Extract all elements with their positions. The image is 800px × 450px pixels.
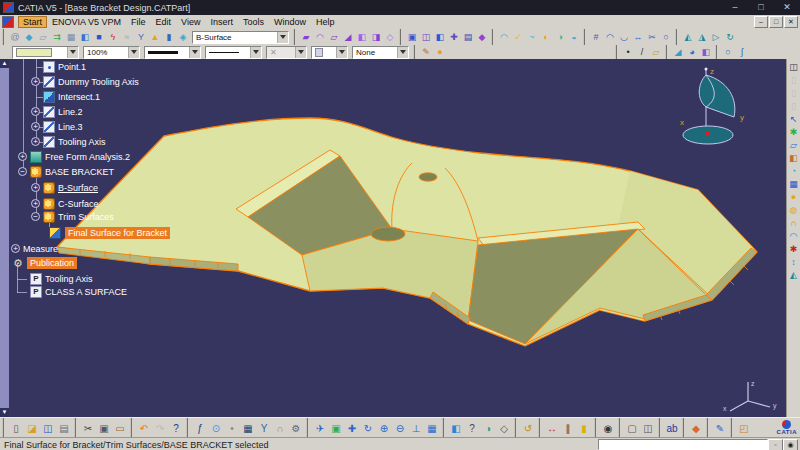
menu-tools[interactable]: Tools bbox=[238, 16, 269, 28]
highlight-analysis-icon[interactable]: ◒ bbox=[567, 31, 581, 44]
translate-icon[interactable]: ▷ bbox=[709, 31, 723, 44]
graphic-wizard-icon[interactable]: ● bbox=[433, 46, 447, 59]
geometrical-set-icon[interactable]: ◍ bbox=[787, 204, 800, 217]
chevron-down-icon[interactable] bbox=[277, 32, 288, 43]
solid-box-icon[interactable]: ■ bbox=[92, 31, 106, 44]
fill-color-selector[interactable] bbox=[12, 46, 79, 59]
chevron-down-icon[interactable] bbox=[250, 47, 261, 58]
menu-insert[interactable]: Insert bbox=[205, 16, 238, 28]
open-folder-icon[interactable]: ◪ bbox=[24, 421, 40, 436]
menu-window[interactable]: Window bbox=[269, 16, 311, 28]
undo-icon[interactable]: ↶ bbox=[136, 421, 152, 436]
compass-center-handle[interactable] bbox=[705, 131, 710, 136]
cylinder-icon[interactable]: ◧ bbox=[699, 46, 713, 59]
isophote-icon[interactable]: ◐ bbox=[539, 31, 553, 44]
workbench-selector[interactable]: B-Surface bbox=[192, 31, 289, 44]
chevron-down-icon[interactable] bbox=[397, 47, 408, 58]
sheet-icon[interactable]: ▯ bbox=[787, 87, 800, 100]
menu-file[interactable]: File bbox=[126, 16, 151, 28]
freestyle-sail-icon[interactable]: ◭ bbox=[787, 269, 800, 282]
extend-icon[interactable]: ↔ bbox=[631, 31, 645, 44]
line-weight-selector[interactable] bbox=[144, 46, 201, 59]
expand-toggle[interactable]: + bbox=[18, 152, 27, 161]
paint-pot-icon[interactable]: ◆ bbox=[22, 31, 36, 44]
distance-analysis-icon[interactable]: ✓ bbox=[511, 31, 525, 44]
chevron-down-icon[interactable] bbox=[128, 47, 139, 58]
rotate-view-icon[interactable]: ↻ bbox=[360, 421, 376, 436]
menu-start[interactable]: Start bbox=[18, 16, 47, 28]
reflection-lines-icon[interactable]: ◑ bbox=[553, 31, 567, 44]
blend-surface-icon[interactable]: ◨ bbox=[369, 31, 383, 44]
normal-view-icon[interactable]: ⊥ bbox=[408, 421, 424, 436]
column-icon[interactable]: ▮ bbox=[162, 31, 176, 44]
expand-toggle[interactable]: + bbox=[31, 199, 40, 208]
sweep-surface-icon[interactable]: ◢ bbox=[341, 31, 355, 44]
new-document-icon[interactable]: ▯ bbox=[8, 421, 24, 436]
healing-icon[interactable]: ✚ bbox=[447, 31, 461, 44]
line-icon[interactable]: / bbox=[635, 46, 649, 59]
cut-icon[interactable]: ✂ bbox=[80, 421, 96, 436]
menu-help[interactable]: Help bbox=[311, 16, 340, 28]
formula-fx-icon[interactable]: ƒ bbox=[192, 421, 208, 436]
geometry-viewport[interactable]: ▲ ▼ z x y z x y bbox=[0, 59, 786, 417]
plane-icon[interactable]: ▱ bbox=[649, 46, 663, 59]
symmetry-icon[interactable]: ◭ bbox=[681, 31, 695, 44]
sketcher-icon[interactable]: ✎ bbox=[712, 421, 728, 436]
knowledge-dot-icon[interactable]: • bbox=[224, 421, 240, 436]
close-button[interactable]: ✕ bbox=[774, 0, 800, 15]
expand-toggle[interactable]: + bbox=[31, 107, 40, 116]
render-style-selector[interactable]: None bbox=[352, 46, 409, 59]
compass-sail[interactable] bbox=[699, 75, 735, 117]
control-points-icon[interactable]: # bbox=[589, 31, 603, 44]
opacity-selector[interactable]: 100% bbox=[83, 46, 140, 59]
chevron-down-icon[interactable] bbox=[336, 47, 347, 58]
share-node-icon[interactable]: Y bbox=[256, 421, 272, 436]
lock-icon[interactable]: ∩ bbox=[787, 217, 800, 230]
spiral-curve-icon[interactable]: @ bbox=[8, 31, 22, 44]
zoom-out-icon[interactable]: ⊖ bbox=[392, 421, 408, 436]
exchange-icon[interactable]: ↕ bbox=[787, 256, 800, 269]
view-compass[interactable]: z x y bbox=[676, 61, 776, 156]
spell-check-icon[interactable]: ab bbox=[664, 421, 680, 436]
circle-icon[interactable]: ○ bbox=[721, 46, 735, 59]
revolve-surface-icon[interactable]: ◠ bbox=[313, 31, 327, 44]
dialog-launch-button[interactable]: ▫ bbox=[768, 439, 783, 450]
gray-curves-icon[interactable]: ≈ bbox=[120, 31, 134, 44]
apply-material-icon[interactable]: ◧ bbox=[787, 152, 800, 165]
shaded-view-icon[interactable]: ◑ bbox=[480, 421, 496, 436]
join-icon[interactable]: ◧ bbox=[433, 31, 447, 44]
paste-icon[interactable]: ▭ bbox=[112, 421, 128, 436]
camera-icon[interactable]: ◉ bbox=[600, 421, 616, 436]
ruler-icon[interactable]: ↔ bbox=[544, 421, 560, 436]
node-link-icon[interactable]: Y bbox=[134, 31, 148, 44]
sketch-tracer-icon[interactable]: ▱ bbox=[787, 139, 800, 152]
catalog-browser-icon[interactable]: ◰ bbox=[736, 421, 752, 436]
spline-icon[interactable]: ʃ bbox=[735, 46, 749, 59]
select-cursor-icon[interactable]: ↖ bbox=[787, 113, 800, 126]
line-type-selector[interactable] bbox=[205, 46, 262, 59]
turntable-icon[interactable]: ↺ bbox=[520, 421, 536, 436]
small-hole[interactable] bbox=[419, 173, 437, 181]
collapse-toggle[interactable]: − bbox=[18, 167, 27, 176]
maximize-button[interactable]: □ bbox=[748, 0, 774, 15]
scaling-icon[interactable]: ◮ bbox=[695, 31, 709, 44]
curvature-comb-icon[interactable]: ~ bbox=[525, 31, 539, 44]
fly-mode-icon[interactable]: ✈ bbox=[312, 421, 328, 436]
menu-edit[interactable]: Edit bbox=[151, 16, 177, 28]
point-icon[interactable]: • bbox=[621, 46, 635, 59]
surface-patch-icon[interactable]: ◧ bbox=[78, 31, 92, 44]
zoom-in-icon[interactable]: ⊕ bbox=[376, 421, 392, 436]
part-body-icon[interactable]: ● bbox=[787, 191, 800, 204]
copy-graphic-properties-icon[interactable]: ✎ bbox=[419, 46, 433, 59]
new-window-icon[interactable]: ▢ bbox=[624, 421, 640, 436]
product-part-icon[interactable]: ◆ bbox=[688, 421, 704, 436]
redo-icon[interactable]: ↷ bbox=[152, 421, 168, 436]
split-icon[interactable]: ▣ bbox=[405, 31, 419, 44]
iso-cube-icon[interactable]: ◧ bbox=[448, 421, 464, 436]
design-table-icon[interactable]: ▦ bbox=[240, 421, 256, 436]
analysis-curve-icon[interactable]: ◠ bbox=[787, 230, 800, 243]
quick-help-icon[interactable]: ? bbox=[464, 421, 480, 436]
expand-toggle[interactable]: + bbox=[31, 122, 40, 131]
green-arrows-icon[interactable]: ⇉ bbox=[50, 31, 64, 44]
break-icon[interactable]: ✂ bbox=[645, 31, 659, 44]
